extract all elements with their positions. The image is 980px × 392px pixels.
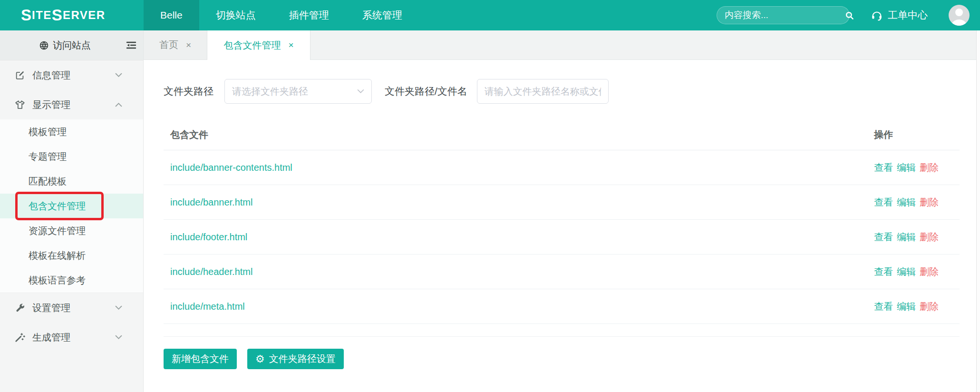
delete-link[interactable]: 删除 bbox=[920, 266, 939, 277]
top-header: SITESERVER Belle 切换站点 插件管理 系统管理 工单中心 bbox=[0, 0, 980, 30]
sidebar-item-settings-management[interactable]: 设置管理 bbox=[0, 293, 143, 323]
search-input[interactable] bbox=[725, 10, 841, 20]
magic-wand-icon bbox=[14, 332, 26, 343]
tab-bar: 首页 × 包含文件管理 × bbox=[144, 30, 980, 60]
chevron-down-icon bbox=[357, 89, 364, 94]
folder-path-select[interactable]: 请选择文件夹路径 bbox=[224, 79, 372, 104]
gear-icon: ⚙ bbox=[255, 354, 265, 364]
edit-link[interactable]: 编辑 bbox=[897, 301, 916, 312]
work-order-center-label: 工单中心 bbox=[888, 9, 928, 22]
scrollbar[interactable] bbox=[976, 30, 980, 392]
content-search-box[interactable] bbox=[717, 6, 850, 24]
table-footer bbox=[164, 324, 960, 337]
sidebar-item-template-management[interactable]: 模板管理 bbox=[0, 119, 143, 144]
nav-item-switch-site[interactable]: 切换站点 bbox=[199, 0, 272, 30]
sidebar-item-label: 显示管理 bbox=[32, 98, 70, 111]
filter-row: 文件夹路径 请选择文件夹路径 文件夹路径/文件名 bbox=[164, 79, 980, 104]
nav-item-plugin-management[interactable]: 插件管理 bbox=[272, 0, 346, 30]
sidebar-item-label: 包含文件管理 bbox=[29, 200, 86, 213]
headset-icon bbox=[871, 9, 883, 21]
table-row: include/meta.html 查看编辑删除 bbox=[164, 289, 960, 324]
app-shell: 访问站点 信息管理 显示管理 模板管理 专题管理 bbox=[0, 30, 980, 392]
sidebar-item-include-file-management[interactable]: 包含文件管理 bbox=[0, 194, 143, 218]
table-header: 包含文件 操作 bbox=[164, 120, 960, 150]
header-right: 工单中心 bbox=[717, 0, 980, 30]
file-link[interactable]: include/footer.html bbox=[170, 232, 247, 242]
view-link[interactable]: 查看 bbox=[874, 197, 893, 207]
sidebar-item-match-template[interactable]: 匹配模板 bbox=[0, 169, 143, 194]
folder-path-settings-button[interactable]: ⚙ 文件夹路径设置 bbox=[247, 349, 344, 369]
tab-label: 首页 bbox=[159, 39, 178, 51]
sidebar-item-display-management[interactable]: 显示管理 bbox=[0, 90, 143, 119]
tab-include-file-management[interactable]: 包含文件管理 × bbox=[207, 30, 310, 60]
sidebar-item-resource-file-management[interactable]: 资源文件管理 bbox=[0, 218, 143, 243]
add-include-file-button[interactable]: 新增包含文件 bbox=[164, 349, 237, 369]
file-link[interactable]: include/banner.html bbox=[170, 197, 252, 207]
edit-link[interactable]: 编辑 bbox=[897, 197, 916, 207]
delete-link[interactable]: 删除 bbox=[920, 197, 939, 207]
view-link[interactable]: 查看 bbox=[874, 162, 893, 173]
column-header-include-file: 包含文件 bbox=[164, 128, 874, 141]
table-row: include/header.html 查看编辑删除 bbox=[164, 255, 960, 289]
sidebar-item-label: 信息管理 bbox=[32, 69, 70, 82]
folder-path-label: 文件夹路径 bbox=[164, 85, 213, 98]
tab-label: 包含文件管理 bbox=[223, 39, 281, 52]
globe-icon bbox=[39, 40, 49, 50]
view-link[interactable]: 查看 bbox=[874, 301, 893, 312]
search-icon[interactable] bbox=[845, 11, 854, 20]
visit-site-button[interactable]: 访问站点 bbox=[0, 30, 143, 60]
file-name-input[interactable] bbox=[477, 79, 609, 104]
select-placeholder: 请选择文件夹路径 bbox=[232, 85, 357, 98]
tshirt-icon bbox=[14, 99, 26, 110]
sidebar-item-template-online-parse[interactable]: 模板在线解析 bbox=[0, 243, 143, 268]
tab-home[interactable]: 首页 × bbox=[144, 30, 207, 59]
top-nav: Belle 切换站点 插件管理 系统管理 bbox=[144, 0, 419, 30]
avatar[interactable] bbox=[949, 5, 970, 26]
main-area: 首页 × 包含文件管理 × 文件夹路径 请选择文件夹路径 文件夹路径/文件名 bbox=[144, 30, 980, 392]
file-link[interactable]: include/meta.html bbox=[170, 301, 245, 312]
sidebar-item-info-management[interactable]: 信息管理 bbox=[0, 60, 143, 90]
chevron-down-icon bbox=[115, 335, 122, 340]
file-link[interactable]: include/header.html bbox=[170, 266, 252, 277]
edit-link[interactable]: 编辑 bbox=[897, 162, 916, 173]
delete-link[interactable]: 删除 bbox=[920, 162, 939, 173]
table-row: include/banner-contents.html 查看编辑删除 bbox=[164, 150, 960, 185]
chevron-down-icon bbox=[115, 305, 122, 310]
table-row: include/banner.html 查看编辑删除 bbox=[164, 185, 960, 220]
page-content: 文件夹路径 请选择文件夹路径 文件夹路径/文件名 包含文件 操作 include… bbox=[144, 60, 980, 392]
chevron-down-icon bbox=[115, 73, 122, 78]
column-header-actions: 操作 bbox=[874, 128, 960, 141]
close-icon[interactable]: × bbox=[288, 40, 293, 50]
edit-square-icon bbox=[14, 70, 26, 80]
add-include-file-label: 新增包含文件 bbox=[172, 353, 229, 365]
sidebar-item-template-language-reference[interactable]: 模板语言参考 bbox=[0, 268, 143, 293]
visit-site-label: 访问站点 bbox=[53, 39, 91, 52]
collapse-sidebar-icon[interactable] bbox=[126, 39, 137, 51]
delete-link[interactable]: 删除 bbox=[920, 301, 939, 312]
edit-link[interactable]: 编辑 bbox=[897, 232, 916, 242]
sidebar-item-special-topic-management[interactable]: 专题管理 bbox=[0, 144, 143, 169]
view-link[interactable]: 查看 bbox=[874, 266, 893, 277]
close-icon[interactable]: × bbox=[186, 40, 191, 50]
nav-item-system-management[interactable]: 系统管理 bbox=[346, 0, 419, 30]
button-row: 新增包含文件 ⚙ 文件夹路径设置 bbox=[164, 349, 980, 369]
edit-link[interactable]: 编辑 bbox=[897, 266, 916, 277]
display-management-submenu: 模板管理 专题管理 匹配模板 包含文件管理 资源文件管理 模板在线解析 模板语言… bbox=[0, 119, 143, 293]
sidebar-item-generate-management[interactable]: 生成管理 bbox=[0, 323, 143, 352]
delete-link[interactable]: 删除 bbox=[920, 232, 939, 242]
table-row: include/footer.html 查看编辑删除 bbox=[164, 220, 960, 255]
file-name-label: 文件夹路径/文件名 bbox=[385, 85, 467, 98]
file-link[interactable]: include/banner-contents.html bbox=[170, 162, 292, 173]
sidebar-item-label: 生成管理 bbox=[32, 331, 70, 344]
view-link[interactable]: 查看 bbox=[874, 232, 893, 242]
sidebar-item-label: 设置管理 bbox=[32, 302, 70, 314]
sidebar: 访问站点 信息管理 显示管理 模板管理 专题管理 bbox=[0, 30, 144, 392]
nav-item-site-belle[interactable]: Belle bbox=[144, 0, 199, 30]
include-files-table: 包含文件 操作 include/banner-contents.html 查看编… bbox=[164, 120, 960, 337]
work-order-center-link[interactable]: 工单中心 bbox=[871, 9, 928, 22]
logo: SITESERVER bbox=[0, 0, 144, 30]
user-icon bbox=[949, 5, 970, 26]
folder-path-settings-label: 文件夹路径设置 bbox=[269, 353, 336, 365]
chevron-up-icon bbox=[115, 102, 122, 107]
wrench-icon bbox=[14, 303, 26, 313]
